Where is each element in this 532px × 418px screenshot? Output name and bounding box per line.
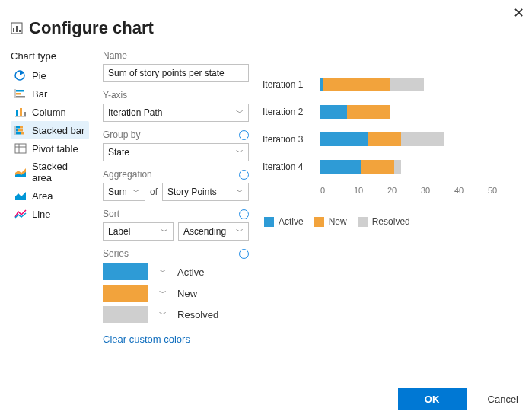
legend-swatch [358,217,368,227]
legend-label: New [329,216,347,227]
chart-type-pivot-table[interactable]: Pivot table [11,139,89,158]
series-name: Resolved [177,309,218,321]
chevron-down-icon: ﹀ [236,187,244,197]
close-icon[interactable]: ✕ [513,5,524,21]
chart-stacked-bar [320,159,521,174]
legend-item: Resolved [358,216,410,227]
svg-rect-14 [16,126,20,129]
chart-type-label: Stacked bar [32,125,84,136]
area-icon [14,190,27,202]
yaxis-value: Iteration Path [108,107,162,118]
chevron-down-icon: ﹀ [132,187,140,197]
sort-dir-value: Ascending [183,226,226,237]
chevron-down-icon[interactable]: ﹀ [159,309,167,320]
svg-rect-6 [16,90,24,92]
chart-segment-new [361,160,394,174]
ok-button[interactable]: OK [398,388,467,410]
series-name: Active [177,266,204,278]
series-swatch-active[interactable] [103,263,148,280]
series-swatch-resolved[interactable] [103,306,148,323]
series-row: ﹀ New [103,285,249,302]
x-axis: 01020304050 [320,186,521,195]
chevron-down-icon[interactable]: ﹀ [159,266,167,277]
svg-rect-18 [16,132,21,135]
pivot-table-icon [14,142,27,155]
chart-type-column[interactable]: Column [11,103,89,121]
chart-segment-new [347,105,390,119]
aggregation-of: of [150,187,158,197]
cancel-button[interactable]: Cancel [488,394,518,405]
chart-segment-new [368,132,401,146]
chart-bar-row: Iteration 2 [263,104,521,120]
pie-icon [14,69,27,81]
chart-segment-resolved [390,78,424,91]
sort-field-select[interactable]: Label﹀ [103,222,174,241]
chart-bar-row: Iteration 3 [263,131,521,148]
clear-custom-colors-link[interactable]: Clear custom colors [103,333,249,345]
series-row: ﹀ Active [103,263,249,280]
yaxis-label: Y-axis [103,90,249,101]
svg-rect-3 [19,30,21,32]
chart-type-label: Bar [32,88,47,100]
chart-category-label: Iteration 3 [263,134,320,145]
chart-segment-new [323,78,390,91]
chart-type-label: Pie [32,70,46,81]
chart-type-pie[interactable]: Pie [11,66,89,85]
svg-rect-15 [20,126,23,129]
chart-segment-active [320,160,361,174]
chevron-down-icon: ﹀ [236,147,244,158]
chart-preview: Iteration 1Iteration 2Iteration 3Iterati… [263,50,521,345]
chevron-down-icon[interactable]: ﹀ [159,288,167,298]
name-label: Name [103,50,249,61]
svg-rect-7 [16,93,21,95]
line-icon [14,208,27,220]
aggregation-field-select[interactable]: Story Points﹀ [162,183,249,201]
info-icon[interactable]: i [239,130,249,140]
svg-rect-11 [20,108,22,116]
info-icon[interactable]: i [239,170,249,180]
chart-segment-resolved [401,132,444,146]
chart-type-line[interactable]: Line [11,205,89,223]
chart-type-stacked-bar[interactable]: Stacked bar [11,121,89,139]
sort-label: Sort [103,209,119,219]
chart-type-stacked-area[interactable]: Stacked area [11,158,89,187]
chart-stacked-bar [320,77,521,92]
chart-category-label: Iteration 4 [263,161,320,172]
yaxis-select[interactable]: Iteration Path﹀ [103,104,249,122]
chart-type-bar[interactable]: Bar [11,85,89,103]
sort-dir-select[interactable]: Ascending﹀ [178,222,249,241]
svg-rect-16 [16,129,18,132]
legend-item: New [314,216,347,227]
svg-rect-17 [18,129,23,132]
chart-type-label: Line [32,209,51,220]
chart-bar-row: Iteration 4 [263,158,521,175]
stacked-area-icon [14,166,27,178]
axis-tick: 10 [354,186,387,195]
legend-item: Active [264,216,304,227]
svg-rect-8 [16,96,25,98]
aggregation-func-select[interactable]: Sum﹀ [103,183,145,201]
series-swatch-new[interactable] [103,285,148,302]
config-form: Name Y-axis Iteration Path﹀ Group byi St… [103,50,249,345]
chart-type-heading: Chart type [11,50,89,62]
axis-tick: 20 [387,186,421,195]
legend-swatch [314,217,324,227]
axis-tick: 30 [421,186,454,195]
chart-segment-active [320,105,347,119]
axis-tick: 50 [488,186,521,195]
name-input[interactable] [103,64,249,82]
groupby-select[interactable]: State﹀ [103,143,249,161]
chart-bar-row: Iteration 1 [263,76,521,93]
aggregation-field-value: Story Points [167,187,217,197]
info-icon[interactable]: i [239,249,249,259]
info-icon[interactable]: i [239,209,249,219]
groupby-label: Group by [103,129,140,140]
svg-rect-20 [15,144,26,153]
sort-field-value: Label [108,226,130,237]
dialog-title: Configure chart [29,18,154,38]
legend-swatch [264,217,274,227]
svg-rect-12 [24,112,26,116]
chart-type-area[interactable]: Area [11,187,89,205]
chart-type-label: Column [32,107,66,118]
legend-label: Active [279,216,304,227]
